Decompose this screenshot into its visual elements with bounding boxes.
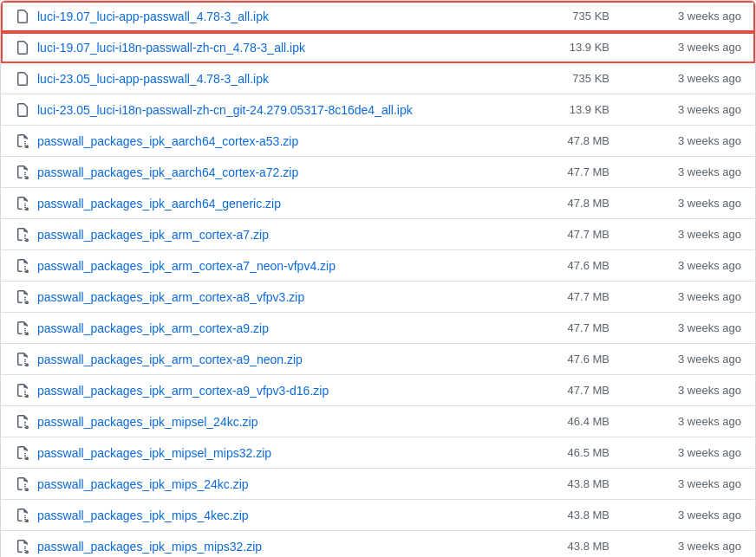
file-size: 47.7 MB [533, 228, 637, 241]
file-size: 46.5 MB [533, 446, 637, 459]
file-date: 3 weeks ago [637, 197, 741, 210]
file-size: 735 KB [533, 72, 637, 85]
file-link[interactable]: passwall_packages_ipk_arm_cortex-a9.zip [37, 321, 533, 335]
file-size: 46.4 MB [533, 415, 637, 428]
file-date: 3 weeks ago [637, 290, 741, 303]
file-size: 47.7 MB [533, 321, 637, 334]
zip-icon [15, 133, 30, 149]
file-link[interactable]: passwall_packages_ipk_mipsel_24kc.zip [37, 415, 533, 429]
table-row: passwall_packages_ipk_mipsel_24kc.zip 46… [1, 406, 755, 437]
table-row: passwall_packages_ipk_mips_4kec.zip 43.8… [1, 500, 755, 531]
file-date: 3 weeks ago [637, 228, 741, 241]
table-row: luci-19.07_luci-i18n-passwall-zh-cn_4.78… [1, 32, 755, 63]
file-link[interactable]: passwall_packages_ipk_arm_cortex-a7_neon… [37, 259, 533, 273]
table-row: passwall_packages_ipk_aarch64_cortex-a72… [1, 157, 755, 188]
zip-icon [15, 383, 30, 398]
file-size: 43.8 MB [533, 508, 637, 521]
zip-icon [15, 165, 30, 180]
file-size: 47.8 MB [533, 197, 637, 210]
file-date: 3 weeks ago [637, 353, 741, 366]
table-row: luci-23.05_luci-app-passwall_4.78-3_all.… [1, 63, 755, 94]
file-size: 43.8 MB [533, 477, 637, 490]
file-link[interactable]: passwall_packages_ipk_arm_cortex-a7.zip [37, 228, 533, 242]
file-link[interactable]: passwall_packages_ipk_aarch64_cortex-a53… [37, 134, 533, 148]
zip-icon [15, 321, 30, 336]
zip-icon [15, 196, 30, 211]
file-date: 3 weeks ago [637, 41, 741, 54]
zip-icon [15, 539, 30, 554]
table-row: passwall_packages_ipk_aarch64_cortex-a53… [1, 126, 755, 157]
file-date: 3 weeks ago [637, 446, 741, 459]
table-row: passwall_packages_ipk_arm_cortex-a9_neon… [1, 344, 755, 375]
zip-icon [15, 414, 30, 430]
file-icon [15, 9, 30, 24]
file-size: 47.7 MB [533, 165, 637, 178]
file-size: 47.8 MB [533, 134, 637, 147]
table-row: passwall_packages_ipk_mips_24kc.zip 43.8… [1, 469, 755, 500]
zip-icon [15, 227, 30, 243]
file-date: 3 weeks ago [637, 103, 741, 116]
table-row: passwall_packages_ipk_arm_cortex-a7_neon… [1, 250, 755, 282]
file-size: 47.7 MB [533, 290, 637, 303]
file-link[interactable]: passwall_packages_ipk_mipsel_mips32.zip [37, 446, 533, 460]
file-date: 3 weeks ago [637, 165, 741, 178]
file-date: 3 weeks ago [637, 134, 741, 147]
zip-icon [15, 476, 30, 492]
file-date: 3 weeks ago [637, 259, 741, 272]
file-size: 13.9 KB [533, 103, 637, 116]
file-link[interactable]: passwall_packages_ipk_aarch64_cortex-a72… [37, 165, 533, 179]
file-date: 3 weeks ago [637, 10, 741, 23]
table-row: passwall_packages_ipk_arm_cortex-a9.zip … [1, 313, 755, 344]
file-icon [15, 71, 30, 87]
zip-icon [15, 289, 30, 305]
table-row: passwall_packages_ipk_arm_cortex-a8_vfpv… [1, 282, 755, 313]
file-date: 3 weeks ago [637, 508, 741, 521]
file-link[interactable]: luci-19.07_luci-i18n-passwall-zh-cn_4.78… [37, 41, 533, 55]
file-link[interactable]: passwall_packages_ipk_arm_cortex-a9_vfpv… [37, 384, 533, 398]
file-link[interactable]: passwall_packages_ipk_arm_cortex-a9_neon… [37, 353, 533, 366]
file-link[interactable]: luci-23.05_luci-app-passwall_4.78-3_all.… [37, 72, 533, 86]
file-size: 13.9 KB [533, 41, 637, 54]
table-row: passwall_packages_ipk_arm_cortex-a7.zip … [1, 219, 755, 250]
file-link[interactable]: passwall_packages_ipk_mips_4kec.zip [37, 508, 533, 522]
zip-icon [15, 508, 30, 523]
table-row: passwall_packages_ipk_aarch64_generic.zi… [1, 188, 755, 219]
file-link[interactable]: passwall_packages_ipk_mips_24kc.zip [37, 477, 533, 491]
file-date: 3 weeks ago [637, 415, 741, 428]
zip-icon [15, 352, 30, 367]
file-link[interactable]: luci-19.07_luci-app-passwall_4.78-3_all.… [37, 10, 533, 23]
table-row: luci-19.07_luci-app-passwall_4.78-3_all.… [1, 1, 755, 32]
file-date: 3 weeks ago [637, 72, 741, 85]
file-icon [15, 40, 30, 55]
table-row: passwall_packages_ipk_arm_cortex-a9_vfpv… [1, 375, 755, 406]
zip-icon [15, 445, 30, 461]
file-size: 43.8 MB [533, 540, 637, 553]
file-list: luci-19.07_luci-app-passwall_4.78-3_all.… [0, 0, 756, 557]
table-row: passwall_packages_ipk_mips_mips32.zip 43… [1, 531, 755, 557]
file-size: 735 KB [533, 10, 637, 23]
file-size: 47.7 MB [533, 384, 637, 397]
file-date: 3 weeks ago [637, 384, 741, 397]
file-size: 47.6 MB [533, 259, 637, 272]
file-link[interactable]: passwall_packages_ipk_arm_cortex-a8_vfpv… [37, 290, 533, 304]
file-link[interactable]: luci-23.05_luci-i18n-passwall-zh-cn_git-… [37, 103, 533, 117]
file-date: 3 weeks ago [637, 477, 741, 490]
table-row: luci-23.05_luci-i18n-passwall-zh-cn_git-… [1, 94, 755, 126]
file-link[interactable]: passwall_packages_ipk_mips_mips32.zip [37, 540, 533, 554]
table-row: passwall_packages_ipk_mipsel_mips32.zip … [1, 437, 755, 469]
file-date: 3 weeks ago [637, 321, 741, 334]
file-date: 3 weeks ago [637, 540, 741, 553]
file-link[interactable]: passwall_packages_ipk_aarch64_generic.zi… [37, 197, 533, 210]
file-size: 47.6 MB [533, 353, 637, 366]
file-icon [15, 102, 30, 118]
zip-icon [15, 258, 30, 274]
